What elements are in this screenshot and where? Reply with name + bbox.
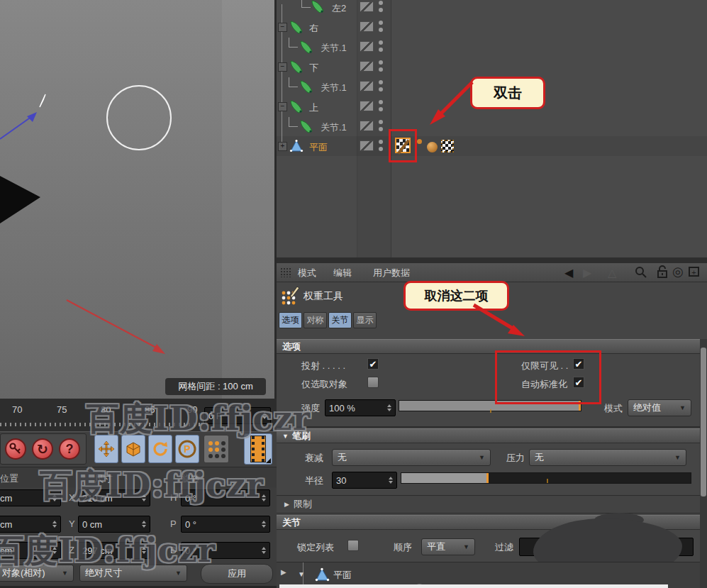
help-record-button[interactable]: ?	[59, 438, 80, 460]
spinner-icon[interactable]	[142, 521, 146, 528]
layer-toggle-icon[interactable]	[360, 1, 374, 12]
pressure-dropdown[interactable]: 无 ▼	[529, 449, 686, 466]
size-x-field[interactable]: cm	[0, 489, 61, 506]
search-icon[interactable]	[635, 266, 647, 279]
film-keyframe-button[interactable]	[244, 433, 272, 465]
timeline-ruler[interactable]: 70 75 80 85 90 0 F	[0, 399, 277, 431]
scrollbar-thumb[interactable]	[701, 348, 706, 497]
record-scale-toggle[interactable]	[121, 435, 145, 463]
visibility-dots-icon[interactable]	[379, 60, 384, 74]
visibility-dots-icon[interactable]	[379, 139, 384, 153]
object-label[interactable]: 上	[309, 101, 318, 114]
spinner-icon[interactable]	[52, 494, 57, 501]
object-row-left2[interactable]: 左2	[277, 0, 707, 17]
visibility-dots-icon[interactable]	[379, 99, 384, 113]
object-label[interactable]: 左2	[332, 2, 346, 15]
record-parameter-toggle[interactable]: P	[175, 435, 199, 463]
panel-grip-icon[interactable]	[280, 267, 291, 277]
autokey-button[interactable]: ↻	[32, 438, 53, 460]
section-header-restriction[interactable]: ▶ 限制	[277, 495, 707, 514]
new-panel-icon[interactable]: +	[689, 267, 699, 277]
collapse-expander-icon[interactable]: −	[278, 23, 287, 32]
section-header-brush[interactable]: ▼ 笔刷	[277, 428, 707, 443]
record-rotation-toggle[interactable]	[148, 435, 172, 463]
spinner-icon[interactable]	[262, 412, 267, 419]
menu-mode[interactable]: 模式	[298, 267, 316, 279]
size-mode-dropdown[interactable]: 绝对尺寸 ▼	[79, 565, 187, 582]
position-z-field[interactable]: 297 cm	[78, 542, 150, 559]
object-label[interactable]: 关节.1	[321, 82, 347, 94]
position-y-field[interactable]: 0 cm	[78, 516, 150, 533]
strength-field[interactable]: 100 %	[325, 399, 396, 416]
collapse-expander-icon[interactable]: −	[278, 62, 287, 72]
visibility-dots-icon[interactable]	[379, 0, 384, 14]
layer-toggle-icon[interactable]	[360, 21, 374, 32]
visibility-dots-icon[interactable]	[379, 40, 384, 54]
spinner-icon[interactable]	[52, 547, 57, 554]
tab-joints[interactable]: 关节	[328, 312, 352, 328]
spinner-icon[interactable]	[262, 521, 266, 528]
rotation-b-field[interactable]: 0 °	[181, 542, 270, 559]
mode-dropdown[interactable]: 绝对值 ▼	[628, 399, 691, 416]
radius-field[interactable]: 30	[332, 472, 397, 489]
layer-toggle-icon[interactable]	[360, 81, 374, 91]
object-row-down[interactable]: − 下	[277, 57, 707, 77]
visibility-dots-icon[interactable]	[379, 119, 384, 133]
tag-dot-icon[interactable]	[417, 139, 422, 144]
only-selected-checkbox[interactable]	[367, 377, 379, 388]
record-key-button[interactable]	[5, 438, 26, 460]
order-dropdown[interactable]: 平直 ▼	[421, 538, 475, 555]
object-row-plane[interactable]: + 平面	[277, 136, 707, 156]
object-label[interactable]: 右	[309, 22, 318, 35]
tab-options[interactable]: 选项	[279, 312, 302, 328]
spinner-icon[interactable]	[52, 521, 57, 528]
apply-button[interactable]: 应用	[201, 564, 273, 584]
spinner-icon[interactable]	[142, 494, 146, 501]
spinner-icon[interactable]	[387, 404, 391, 411]
tree-outer-expander-icon[interactable]: ▶	[281, 568, 286, 576]
tree-item-label[interactable]: 平面	[333, 569, 352, 582]
spinner-icon[interactable]	[142, 547, 146, 554]
spinner-icon[interactable]	[262, 547, 266, 554]
record-position-toggle[interactable]	[94, 435, 118, 463]
lock-icon[interactable]	[657, 265, 669, 279]
layer-toggle-icon[interactable]	[360, 101, 374, 111]
size-y-field[interactable]: cm	[0, 516, 61, 533]
rotation-h-field[interactable]: 0 °	[181, 489, 270, 506]
object-label[interactable]: 下	[309, 62, 318, 74]
spinner-icon[interactable]	[389, 477, 393, 484]
radius-slider[interactable]	[401, 472, 691, 484]
object-row-right[interactable]: − 右	[277, 17, 707, 37]
collapse-expander-icon[interactable]: −	[278, 102, 287, 111]
slider-handle[interactable]	[486, 473, 489, 483]
tab-display[interactable]: 显示	[353, 312, 377, 328]
coordinate-mode-dropdown[interactable]: 对象(相对) ▼	[0, 565, 74, 582]
nav-up-icon[interactable]: △	[608, 266, 616, 279]
layer-toggle-icon[interactable]	[360, 61, 374, 72]
position-x-field[interactable]: 210 cm	[78, 489, 150, 506]
object-row-joint1[interactable]: 关节.1	[277, 37, 707, 57]
layer-toggle-icon[interactable]	[360, 41, 374, 52]
lock-list-checkbox[interactable]	[347, 540, 359, 551]
scrollbar-track[interactable]	[700, 339, 707, 588]
menu-user-data[interactable]: 用户数据	[373, 267, 410, 279]
visibility-dots-icon[interactable]	[379, 20, 384, 34]
object-row-joint1[interactable]: 关节.1	[277, 116, 707, 136]
spinner-icon[interactable]	[262, 494, 266, 501]
object-label[interactable]: 关节.1	[321, 121, 347, 134]
phong-tag-icon[interactable]	[427, 142, 438, 152]
project-checkbox[interactable]: ✔	[367, 358, 379, 370]
current-frame-field[interactable]: 0 F	[204, 407, 271, 424]
layer-toggle-icon[interactable]	[360, 121, 374, 131]
expand-expander-icon[interactable]: +	[278, 142, 287, 151]
visibility-dots-icon[interactable]	[379, 79, 384, 94]
rotation-p-field[interactable]: 0 °	[181, 516, 270, 533]
texture-tag-icon[interactable]	[441, 140, 454, 152]
record-pla-toggle[interactable]	[204, 435, 229, 463]
object-label[interactable]: 平面	[309, 141, 328, 154]
viewport[interactable]: 网格间距 : 100 cm	[0, 0, 277, 399]
tree-expander-icon[interactable]: ▼	[298, 570, 305, 578]
object-label[interactable]: 关节.1	[321, 42, 347, 55]
menu-edit[interactable]: 编辑	[333, 267, 352, 279]
tab-symmetry[interactable]: 对称	[304, 312, 327, 328]
